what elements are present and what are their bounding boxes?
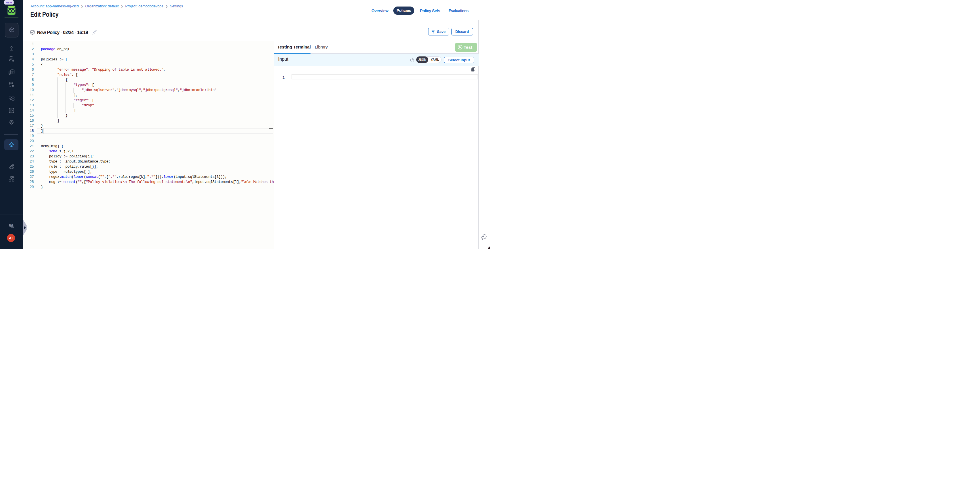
svg-text:?: ?: [11, 224, 12, 227]
